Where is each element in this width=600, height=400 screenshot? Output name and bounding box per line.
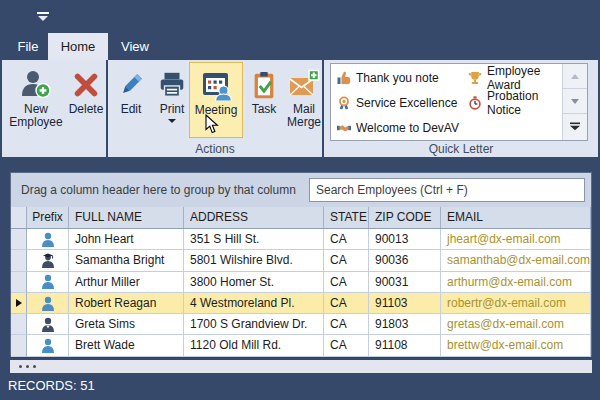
row-indicator [11,250,27,271]
medal-icon [337,96,351,110]
column-header-state[interactable]: STATE [324,207,369,228]
full-name-cell[interactable]: Arthur Miller [69,272,184,293]
address-cell[interactable]: 3800 Homer St. [184,272,324,293]
row-indicator [11,229,27,250]
zip-code-cell[interactable]: 91803 [369,314,441,335]
address-cell[interactable]: 1120 Old Mill Rd. [184,335,324,356]
table-row[interactable]: John Heart 351 S Hill St. CA 90013 jhear… [11,229,591,250]
state-cell[interactable]: CA [324,229,369,250]
zip-code-cell[interactable]: 90036 [369,250,441,271]
zip-code-cell[interactable]: 91108 [369,335,441,356]
address-cell[interactable]: 351 S Hill St. [184,229,324,250]
print-dropdown-arrow-icon[interactable] [168,119,176,123]
state-cell[interactable]: CA [324,293,369,314]
delete-label: Delete [66,100,106,116]
stopwatch-icon [468,96,482,110]
column-header-full-name[interactable]: FULL NAME [69,207,184,228]
gallery-scrollbar [562,64,587,140]
address-cell[interactable]: 1700 S Grandview Dr. [184,314,324,335]
gallery-item-thank-you-note[interactable]: Thank you note [334,65,462,90]
header-indicator [11,207,27,228]
search-input[interactable] [309,178,585,202]
prefix-cell[interactable] [27,293,69,314]
state-cell[interactable]: CA [324,250,369,271]
meeting-label: Meeting [190,101,242,117]
row-indicator [11,272,27,293]
table-row[interactable]: Arthur Miller 3800 Homer St. CA 90031 ar… [11,272,591,293]
focused-row-arrow-icon [16,299,22,307]
prefix-cell[interactable] [27,335,69,356]
state-cell[interactable]: CA [324,272,369,293]
trophy-icon [468,71,482,85]
new-employee-button[interactable]: New Employee [6,62,66,138]
actions-group-caption: Actions [108,142,322,156]
delete-button[interactable]: Delete [66,62,106,138]
person-doctor-icon [41,253,55,268]
state-cell[interactable]: CA [324,314,369,335]
full-name-cell[interactable]: Brett Wade [69,335,184,356]
email-cell[interactable]: gretas@dx-email.com [441,314,591,335]
prefix-cell[interactable] [27,272,69,293]
gallery-item-service-excellence[interactable]: Service Excellence [334,90,462,115]
gallery-expand-icon [570,122,580,131]
mail-merge-button[interactable]: Mail Merge [284,62,324,138]
gallery-item-probation-notice[interactable]: Probation Notice [465,90,561,115]
ellipsis-dot [33,365,36,368]
print-button[interactable]: Print [152,62,192,138]
full-name-cell[interactable]: Robert Reagan [69,293,184,314]
email-cell[interactable]: brettw@dx-email.com [441,335,591,356]
gallery-item-welcome-to-devav[interactable]: Welcome to DevAV [334,115,462,140]
email-cell[interactable]: jheart@dx-email.com [441,229,591,250]
tab-home[interactable]: Home [48,33,108,60]
column-header-address[interactable]: ADDRESS [184,207,324,228]
task-button[interactable]: Task [244,62,284,138]
address-cell[interactable]: 4 Westmoreland Pl. [184,293,324,314]
gallery-item-label: Thank you note [356,71,439,85]
gallery-item-employee-award[interactable]: Employee Award [465,65,561,90]
edit-label: Edit [110,100,152,116]
status-bar: RECORDS: 51 [0,373,600,400]
meeting-button[interactable]: Meeting [189,62,243,138]
ellipsis-dot [26,365,29,368]
group-by-panel[interactable]: Drag a column header here to group by th… [11,173,591,207]
full-name-cell[interactable]: Greta Sims [69,314,184,335]
email-cell[interactable]: robertr@dx-email.com [441,293,591,314]
email-cell[interactable]: arthurm@dx-email.com [441,272,591,293]
full-name-cell[interactable]: Samantha Bright [69,250,184,271]
column-header-zip-code[interactable]: ZIP CODE [369,207,441,228]
email-cell[interactable]: samanthab@dx-email.com [441,250,591,271]
prefix-cell[interactable] [27,314,69,335]
state-cell[interactable]: CA [324,335,369,356]
quick-letter-gallery: Thank you note Employee Award [330,63,588,141]
app-window: File Home View New Employee Dele [0,0,600,400]
address-cell[interactable]: 5801 Wilshire Blvd. [184,250,324,271]
zip-code-cell[interactable]: 91103 [369,293,441,314]
grid-footer-splitter[interactable] [10,360,592,373]
column-header-email[interactable]: EMAIL [441,207,591,228]
table-row[interactable]: Greta Sims 1700 S Grandview Dr. CA 91803… [11,314,591,335]
zip-code-cell[interactable]: 90013 [369,229,441,250]
gallery-scroll-down-button[interactable] [563,89,587,114]
edit-button[interactable]: Edit [110,62,152,138]
quick-access-dropdown-icon[interactable] [36,10,52,23]
tab-file[interactable]: File [8,33,48,60]
row-indicator-focused [11,293,27,314]
chevron-down-icon [571,99,579,104]
delete-icon [66,62,106,100]
person-male-icon [41,232,55,247]
row-indicator [11,314,27,335]
prefix-cell[interactable] [27,250,69,271]
handshake-icon [337,121,351,135]
quick-letter-group-caption: Quick Letter [324,142,598,156]
tab-view[interactable]: View [112,33,158,60]
gallery-expand-button[interactable] [563,114,587,139]
prefix-cell[interactable] [27,229,69,250]
table-row[interactable]: Brett Wade 1120 Old Mill Rd. CA 91108 br… [11,335,591,356]
gallery-scroll-up-button[interactable] [563,64,587,89]
full-name-cell[interactable]: John Heart [69,229,184,250]
table-row-selected[interactable]: Robert Reagan 4 Westmoreland Pl. CA 9110… [11,293,591,314]
table-row[interactable]: Samantha Bright 5801 Wilshire Blvd. CA 9… [11,250,591,271]
column-header-prefix[interactable]: Prefix [27,207,69,228]
zip-code-cell[interactable]: 90031 [369,272,441,293]
ribbon-group-actions: Edit Print [108,60,322,157]
